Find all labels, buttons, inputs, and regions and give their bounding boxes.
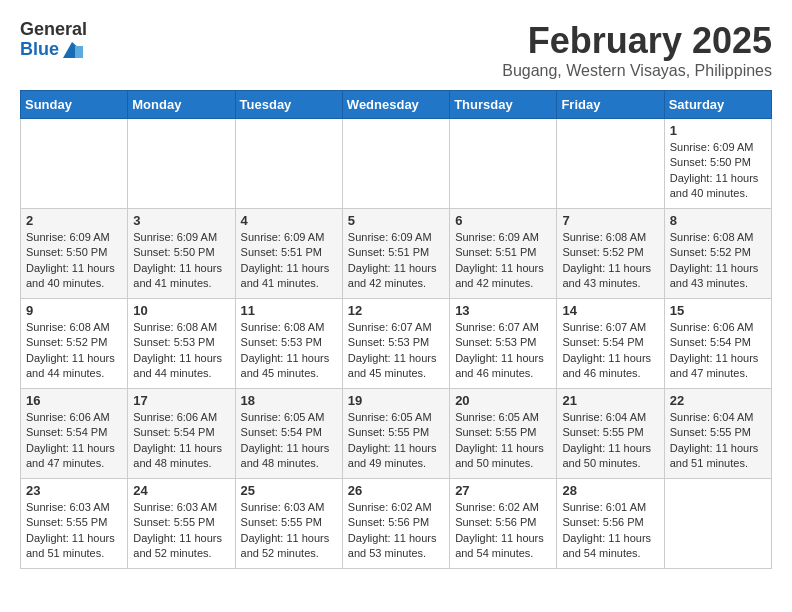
sunset-label: Sunset: 5:55 PM [26,516,107,528]
day-info: Sunrise: 6:04 AM Sunset: 5:55 PM Dayligh… [670,410,766,472]
day-info: Sunrise: 6:02 AM Sunset: 5:56 PM Dayligh… [455,500,551,562]
daylight-label: Daylight: 11 hours and 43 minutes. [670,262,759,289]
day-info: Sunrise: 6:02 AM Sunset: 5:56 PM Dayligh… [348,500,444,562]
daylight-label: Daylight: 11 hours and 50 minutes. [562,442,651,469]
calendar-cell: 16 Sunrise: 6:06 AM Sunset: 5:54 PM Dayl… [21,389,128,479]
day-info: Sunrise: 6:08 AM Sunset: 5:52 PM Dayligh… [26,320,122,382]
sunset-label: Sunset: 5:55 PM [241,516,322,528]
daylight-label: Daylight: 11 hours and 44 minutes. [133,352,222,379]
calendar-cell: 15 Sunrise: 6:06 AM Sunset: 5:54 PM Dayl… [664,299,771,389]
daylight-label: Daylight: 11 hours and 51 minutes. [26,532,115,559]
sunrise-label: Sunrise: 6:06 AM [133,411,217,423]
day-info: Sunrise: 6:07 AM Sunset: 5:53 PM Dayligh… [348,320,444,382]
calendar-cell: 14 Sunrise: 6:07 AM Sunset: 5:54 PM Dayl… [557,299,664,389]
calendar-cell: 18 Sunrise: 6:05 AM Sunset: 5:54 PM Dayl… [235,389,342,479]
day-number: 9 [26,303,122,318]
sunset-label: Sunset: 5:52 PM [562,246,643,258]
calendar-cell [235,119,342,209]
sunrise-label: Sunrise: 6:08 AM [26,321,110,333]
day-info: Sunrise: 6:05 AM Sunset: 5:55 PM Dayligh… [348,410,444,472]
calendar-cell: 26 Sunrise: 6:02 AM Sunset: 5:56 PM Dayl… [342,479,449,569]
sunset-label: Sunset: 5:52 PM [26,336,107,348]
sunrise-label: Sunrise: 6:09 AM [348,231,432,243]
sunrise-label: Sunrise: 6:06 AM [670,321,754,333]
sunrise-label: Sunrise: 6:05 AM [241,411,325,423]
sunrise-label: Sunrise: 6:03 AM [133,501,217,513]
calendar-cell: 21 Sunrise: 6:04 AM Sunset: 5:55 PM Dayl… [557,389,664,479]
sunset-label: Sunset: 5:51 PM [348,246,429,258]
calendar-week-row: 23 Sunrise: 6:03 AM Sunset: 5:55 PM Dayl… [21,479,772,569]
sunrise-label: Sunrise: 6:08 AM [670,231,754,243]
calendar-table: SundayMondayTuesdayWednesdayThursdayFrid… [20,90,772,569]
calendar-cell: 7 Sunrise: 6:08 AM Sunset: 5:52 PM Dayli… [557,209,664,299]
sunrise-label: Sunrise: 6:06 AM [26,411,110,423]
day-number: 22 [670,393,766,408]
sunrise-label: Sunrise: 6:05 AM [348,411,432,423]
sunset-label: Sunset: 5:54 PM [133,426,214,438]
daylight-label: Daylight: 11 hours and 52 minutes. [241,532,330,559]
calendar-week-row: 9 Sunrise: 6:08 AM Sunset: 5:52 PM Dayli… [21,299,772,389]
day-number: 28 [562,483,658,498]
sunrise-label: Sunrise: 6:09 AM [455,231,539,243]
calendar-week-row: 1 Sunrise: 6:09 AM Sunset: 5:50 PM Dayli… [21,119,772,209]
sunset-label: Sunset: 5:54 PM [26,426,107,438]
sunrise-label: Sunrise: 6:05 AM [455,411,539,423]
sunset-label: Sunset: 5:51 PM [455,246,536,258]
calendar-cell: 24 Sunrise: 6:03 AM Sunset: 5:55 PM Dayl… [128,479,235,569]
day-number: 26 [348,483,444,498]
sunset-label: Sunset: 5:51 PM [241,246,322,258]
day-info: Sunrise: 6:09 AM Sunset: 5:50 PM Dayligh… [26,230,122,292]
daylight-label: Daylight: 11 hours and 46 minutes. [455,352,544,379]
sunset-label: Sunset: 5:56 PM [348,516,429,528]
day-info: Sunrise: 6:08 AM Sunset: 5:53 PM Dayligh… [241,320,337,382]
logo-blue: Blue [20,40,59,60]
day-number: 10 [133,303,229,318]
day-info: Sunrise: 6:09 AM Sunset: 5:50 PM Dayligh… [133,230,229,292]
logo-general: General [20,20,87,40]
calendar-cell: 27 Sunrise: 6:02 AM Sunset: 5:56 PM Dayl… [450,479,557,569]
location-title: Bugang, Western Visayas, Philippines [502,62,772,80]
calendar-cell: 11 Sunrise: 6:08 AM Sunset: 5:53 PM Dayl… [235,299,342,389]
weekday-header-saturday: Saturday [664,91,771,119]
weekday-header-thursday: Thursday [450,91,557,119]
day-info: Sunrise: 6:08 AM Sunset: 5:52 PM Dayligh… [562,230,658,292]
sunrise-label: Sunrise: 6:09 AM [670,141,754,153]
sunset-label: Sunset: 5:53 PM [455,336,536,348]
sunrise-label: Sunrise: 6:04 AM [562,411,646,423]
day-number: 25 [241,483,337,498]
calendar-cell [557,119,664,209]
sunrise-label: Sunrise: 6:02 AM [455,501,539,513]
daylight-label: Daylight: 11 hours and 40 minutes. [670,172,759,199]
sunset-label: Sunset: 5:55 PM [455,426,536,438]
calendar-cell: 25 Sunrise: 6:03 AM Sunset: 5:55 PM Dayl… [235,479,342,569]
day-number: 14 [562,303,658,318]
sunrise-label: Sunrise: 6:08 AM [241,321,325,333]
sunset-label: Sunset: 5:54 PM [241,426,322,438]
calendar-cell: 22 Sunrise: 6:04 AM Sunset: 5:55 PM Dayl… [664,389,771,479]
sunset-label: Sunset: 5:56 PM [455,516,536,528]
daylight-label: Daylight: 11 hours and 49 minutes. [348,442,437,469]
sunset-label: Sunset: 5:56 PM [562,516,643,528]
sunrise-label: Sunrise: 6:01 AM [562,501,646,513]
calendar-cell [21,119,128,209]
daylight-label: Daylight: 11 hours and 44 minutes. [26,352,115,379]
day-info: Sunrise: 6:09 AM Sunset: 5:51 PM Dayligh… [348,230,444,292]
sunset-label: Sunset: 5:55 PM [348,426,429,438]
day-number: 15 [670,303,766,318]
day-info: Sunrise: 6:03 AM Sunset: 5:55 PM Dayligh… [241,500,337,562]
page-header: General Blue February 2025 Bugang, Weste… [20,20,772,80]
daylight-label: Daylight: 11 hours and 42 minutes. [455,262,544,289]
month-title: February 2025 [502,20,772,62]
calendar-cell [128,119,235,209]
calendar-cell: 12 Sunrise: 6:07 AM Sunset: 5:53 PM Dayl… [342,299,449,389]
daylight-label: Daylight: 11 hours and 48 minutes. [133,442,222,469]
day-number: 20 [455,393,551,408]
sunrise-label: Sunrise: 6:07 AM [562,321,646,333]
calendar-cell: 3 Sunrise: 6:09 AM Sunset: 5:50 PM Dayli… [128,209,235,299]
sunrise-label: Sunrise: 6:03 AM [26,501,110,513]
sunset-label: Sunset: 5:52 PM [670,246,751,258]
weekday-header-friday: Friday [557,91,664,119]
day-info: Sunrise: 6:03 AM Sunset: 5:55 PM Dayligh… [26,500,122,562]
day-info: Sunrise: 6:04 AM Sunset: 5:55 PM Dayligh… [562,410,658,472]
sunrise-label: Sunrise: 6:07 AM [455,321,539,333]
